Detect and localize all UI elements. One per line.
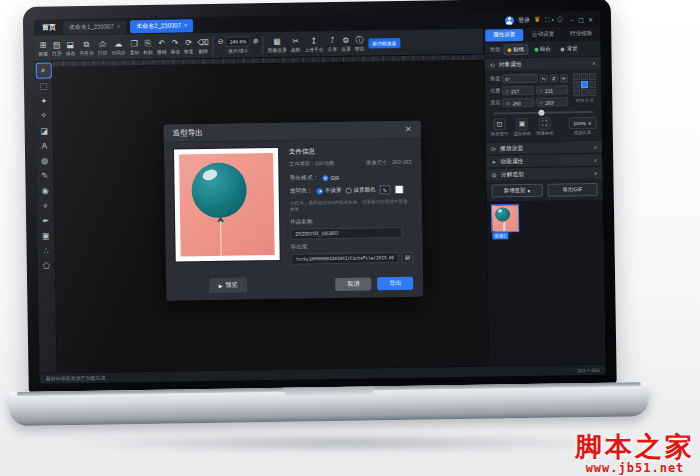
tool-button[interactable]: ◍ [38, 153, 52, 167]
path-input[interactable]: fucky1000000012020S1/CacheFile/2023-06 [291, 252, 399, 265]
new-features-badge[interactable]: 新功能速递 [368, 37, 400, 48]
titlebar-icon[interactable]: ⓘ [556, 16, 564, 22]
tool-button[interactable]: ⬠ [39, 258, 53, 272]
avatar[interactable] [505, 16, 514, 25]
toolbar-button[interactable]: ☁云同步 [111, 39, 126, 55]
anchor-cell-active[interactable] [581, 81, 588, 88]
position-y-input[interactable]: Y 131 [536, 85, 568, 94]
radio-selected-icon[interactable] [317, 188, 323, 194]
tool-button[interactable]: ◪ [37, 123, 51, 137]
section-chevron-icon[interactable]: ∨ [594, 157, 598, 163]
section-chevron-icon[interactable]: ∧ [594, 170, 598, 176]
export-gif-button[interactable]: 导出GIF [547, 183, 598, 197]
radio-unselected-icon[interactable] [345, 187, 351, 193]
collapse-icon[interactable]: ∧ [592, 60, 596, 66]
rotate-icon[interactable]: ⟳ [560, 74, 568, 82]
window-control-button[interactable]: ▢ [576, 17, 586, 23]
name-input[interactable]: 20230703_165807 [290, 227, 402, 240]
align-button[interactable]: ▣适合画布 [513, 118, 531, 136]
toolbar-button[interactable]: ⓘ帮助 [355, 35, 365, 51]
format-gif-option[interactable]: GIF [322, 174, 339, 180]
toolbar-button[interactable]: ⟳恢复 [184, 38, 194, 54]
tool-button[interactable]: ⟡ [37, 108, 51, 122]
slider-thumb[interactable] [538, 110, 544, 116]
type-option-group[interactable]: 组合 [531, 45, 554, 54]
tab-industry-templates[interactable]: 行业模板 [562, 27, 600, 42]
document-tab-1[interactable]: 未命名1_230307 × [63, 20, 126, 34]
toolbar-button[interactable]: ▤打开 [52, 40, 62, 56]
anchor-cell[interactable] [589, 81, 596, 88]
canvas-area[interactable]: 造型导出 ✕ [53, 55, 489, 373]
radio-selected-icon[interactable] [322, 175, 328, 181]
eyedropper-button[interactable]: ✎ [379, 185, 390, 194]
toolbar-button[interactable]: ❐复制 [129, 39, 139, 55]
toolbar-button[interactable]: ✂裁剪 [291, 36, 301, 52]
zoom-in-icon[interactable]: ⊕ [253, 37, 259, 45]
toolbar-button[interactable]: ↶撤销 [157, 38, 167, 54]
tool-button[interactable]: ✎ [38, 168, 52, 182]
angle-input[interactable]: 0° [502, 74, 538, 84]
height-input[interactable]: H 263 [536, 97, 568, 106]
document-tab-2-active[interactable]: 未命名2_230307 × [130, 19, 193, 33]
anchor-cell[interactable] [589, 89, 596, 96]
anchor-cell[interactable] [573, 81, 580, 88]
toolbar-button[interactable]: ⧉另存为 [79, 39, 94, 55]
toolbar-button[interactable]: ⤴分享 [327, 35, 337, 51]
tab-close-icon[interactable]: × [117, 23, 121, 29]
window-control-button[interactable]: ✕ [586, 16, 595, 22]
position-x-input[interactable]: X 217 [502, 86, 534, 95]
type-option-background[interactable]: 背景 [558, 44, 581, 53]
zoom-level-value[interactable]: 149.8% [226, 36, 251, 46]
reset-icon[interactable]: ⟲ [490, 61, 495, 68]
toolbar-button[interactable]: ▦图像设置 [267, 36, 286, 52]
tool-button[interactable]: ✒ [38, 213, 52, 227]
toolbar-button[interactable]: ⌫删除 [197, 37, 209, 53]
align-button[interactable]: ⊡画布居中 [491, 118, 509, 136]
anchor-cell[interactable] [573, 89, 580, 96]
tab-motion-settings[interactable]: 运动设置 [524, 27, 562, 42]
tab-close-icon[interactable]: × [184, 22, 188, 28]
add-shape-button[interactable]: 新增造型 ▾ [492, 184, 543, 198]
zoom-out-icon[interactable]: ⊖ [218, 38, 224, 46]
type-option-sticker[interactable]: 贴纸 [504, 45, 527, 54]
browse-folder-button[interactable]: ▤ [402, 252, 413, 263]
color-swatch[interactable] [394, 185, 403, 194]
export-button[interactable]: 导出 [377, 277, 413, 291]
anchor-cell[interactable] [581, 73, 588, 80]
tool-button[interactable]: ∴ [39, 243, 53, 257]
flip-vertical-icon[interactable]: ⇵ [550, 74, 558, 82]
toolbar-button[interactable]: ⬓保存 [65, 40, 75, 56]
flip-horizontal-icon[interactable]: ⇋ [540, 74, 548, 82]
preview-button[interactable]: ▶ 预览 [209, 277, 248, 293]
tool-button[interactable]: ⬚ [36, 78, 50, 92]
section-chevron-icon[interactable]: ∨ [593, 144, 597, 150]
anchor-cell[interactable] [581, 89, 588, 96]
tool-button[interactable]: ✦ [37, 93, 51, 107]
tool-button[interactable]: ◉ [38, 183, 52, 197]
cancel-button[interactable]: 取消 [335, 277, 371, 291]
anchor-cell[interactable] [589, 73, 596, 80]
scale-slider[interactable] [493, 111, 593, 115]
thumbnail-image[interactable] [492, 205, 518, 231]
width-input[interactable]: W 263 [503, 98, 535, 107]
toolbar-button[interactable]: ⎙打印 [97, 39, 107, 55]
toolbar-button[interactable]: ↷重做 [170, 38, 180, 54]
tab-property-settings[interactable]: 属性设置 [485, 29, 523, 42]
transparent-custom-option[interactable]: 设置颜色 [345, 186, 375, 193]
shape-thumbnail-selected[interactable]: 造型1 [492, 205, 519, 239]
toolbar-button[interactable]: ⚙设置 [341, 35, 351, 51]
align-button[interactable]: ⛶填满画布 [536, 118, 554, 136]
vip-crown-icon[interactable]: ♛ [534, 16, 540, 24]
tool-button[interactable]: A [37, 138, 51, 152]
transparent-none-option[interactable]: 不设置 [317, 187, 342, 194]
tool-button[interactable]: ▣ [39, 228, 53, 242]
toolbar-button[interactable]: ⎘粘贴 [143, 38, 153, 54]
dialog-close-icon[interactable]: ✕ [405, 125, 412, 134]
anchor-cell[interactable] [573, 73, 580, 80]
toolbar-button[interactable]: ↥上传平台 [304, 36, 323, 52]
tool-button[interactable]: ✧ [38, 198, 52, 212]
login-label[interactable]: 登录 [518, 15, 530, 24]
toolbar-button[interactable]: ⊞新建 [38, 40, 48, 56]
scale-ratio-select[interactable]: 100% ∨ [568, 117, 597, 129]
home-button[interactable]: 首页 [39, 22, 59, 32]
